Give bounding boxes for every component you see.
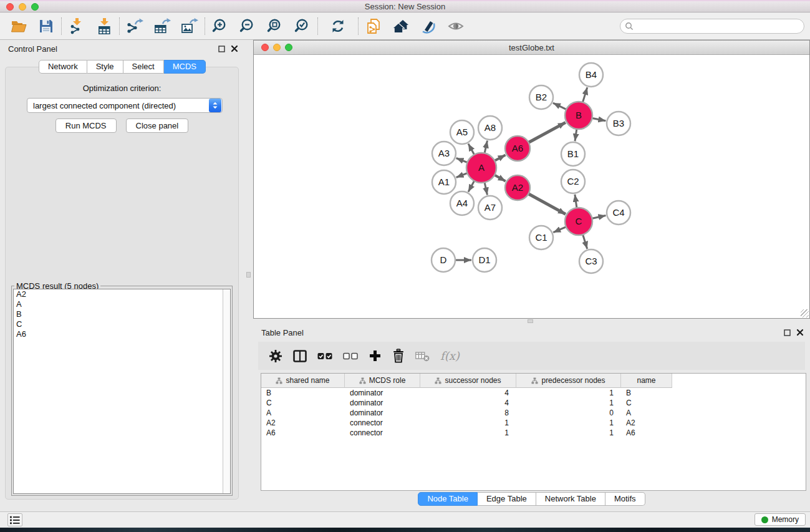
zoom-window-button[interactable]	[31, 3, 39, 11]
node-D[interactable]: D	[432, 248, 455, 272]
delete-table-button[interactable]	[415, 351, 430, 362]
minimize-network-button[interactable]	[273, 44, 281, 51]
column-header-name[interactable]: name	[621, 374, 672, 388]
deselect-all-button[interactable]	[343, 352, 358, 360]
close-window-button[interactable]	[6, 3, 14, 11]
node-A2[interactable]: A2	[505, 175, 530, 200]
zoom-selected-button[interactable]	[289, 15, 316, 37]
column-header-shared-name[interactable]: shared name	[261, 374, 345, 388]
edge-A-A3[interactable]	[456, 158, 468, 163]
edge-B-B2[interactable]	[553, 103, 567, 110]
show-columns-button[interactable]	[293, 350, 307, 362]
node-A4[interactable]: A4	[450, 191, 474, 215]
edge-C-C1[interactable]	[553, 226, 566, 232]
table-row[interactable]: Bdominator41B	[261, 388, 806, 398]
memory-button[interactable]: Memory	[755, 513, 806, 526]
float-panel-icon[interactable]	[218, 46, 225, 52]
function-builder-button[interactable]: f(x)	[440, 349, 460, 362]
edge-C-C2[interactable]	[575, 195, 577, 208]
run-mcds-button[interactable]: Run MCDS	[55, 118, 117, 133]
edge-B-B4[interactable]	[582, 87, 587, 103]
edge-A-A7[interactable]	[485, 182, 488, 195]
add-row-button[interactable]	[369, 349, 382, 362]
node-B1[interactable]: B1	[561, 142, 585, 166]
node-A7[interactable]: A7	[478, 196, 502, 220]
hide-labels-button[interactable]	[415, 15, 442, 37]
node-C4[interactable]: C4	[607, 201, 630, 225]
table-row[interactable]: A2connector11A2	[261, 418, 806, 428]
tab-motifs[interactable]: Motifs	[605, 492, 645, 506]
node-C1[interactable]: C1	[529, 226, 553, 249]
edge-A-A5[interactable]	[468, 143, 475, 155]
result-item[interactable]: A	[14, 299, 230, 309]
search-input[interactable]	[636, 20, 804, 32]
import-network-button[interactable]	[63, 15, 90, 37]
edge-B-B1[interactable]	[575, 128, 577, 141]
node-A[interactable]: A	[466, 153, 496, 183]
splitter-grip[interactable]	[528, 319, 533, 323]
search-box[interactable]	[620, 19, 804, 34]
tab-network[interactable]: Network	[39, 60, 87, 74]
export-table-button[interactable]	[148, 15, 176, 37]
node-B4[interactable]: B4	[579, 63, 603, 87]
edge-C-C4[interactable]	[592, 216, 606, 219]
minimize-window-button[interactable]	[19, 3, 26, 11]
horizontal-splitter[interactable]	[253, 319, 810, 324]
tab-node-table[interactable]: Node Table	[418, 492, 478, 506]
splitter-grip[interactable]	[246, 272, 251, 278]
window-resize-grip[interactable]	[801, 309, 809, 317]
result-list-scrollbar[interactable]	[223, 289, 230, 493]
node-A3[interactable]: A3	[432, 142, 456, 165]
vertical-splitter[interactable]	[244, 40, 253, 511]
result-item[interactable]: A6	[14, 329, 230, 339]
zoom-out-button[interactable]	[234, 15, 261, 37]
node-B3[interactable]: B3	[607, 112, 630, 135]
node-A8[interactable]: A8	[478, 116, 502, 140]
node-C[interactable]: C	[565, 208, 592, 235]
zoom-fit-button[interactable]	[261, 15, 289, 37]
optimization-criterion-dropdown[interactable]: largest connected component (directed)	[27, 98, 223, 113]
home-button[interactable]	[387, 15, 415, 37]
edge-A-A4[interactable]	[468, 180, 475, 191]
clone-network-button[interactable]	[360, 15, 387, 37]
edge-C-C3[interactable]	[582, 234, 587, 249]
result-item[interactable]: A2	[14, 289, 230, 299]
select-all-button[interactable]	[317, 352, 332, 360]
task-history-button[interactable]	[7, 513, 22, 526]
close-panel-icon[interactable]	[231, 45, 238, 52]
node-C2[interactable]: C2	[561, 170, 585, 193]
zoom-network-button[interactable]	[285, 44, 292, 51]
node-D1[interactable]: D1	[473, 248, 496, 272]
network-window-titlebar[interactable]: testGlobe.txt	[254, 41, 809, 55]
export-network-button[interactable]	[121, 15, 148, 37]
network-canvas[interactable]: AA1A2A3A4A5A6A7A8BB1B2B3B4CC1C2C3C4DD1	[254, 55, 809, 318]
edge-A-A1[interactable]	[456, 173, 468, 177]
tab-select[interactable]: Select	[123, 60, 164, 74]
mcds-result-list[interactable]: A2ABCA6	[13, 289, 231, 494]
show-view-button[interactable]	[442, 15, 470, 37]
tab-network-table[interactable]: Network Table	[536, 492, 605, 506]
zoom-in-button[interactable]	[206, 15, 234, 37]
tab-edge-table[interactable]: Edge Table	[478, 492, 536, 506]
tab-style[interactable]: Style	[87, 60, 123, 74]
close-panel-icon[interactable]	[796, 329, 804, 336]
table-row[interactable]: Cdominator41C	[261, 398, 806, 408]
node-B[interactable]: B	[565, 102, 592, 129]
import-table-button[interactable]	[90, 15, 118, 37]
edge-A-A6[interactable]	[494, 155, 505, 161]
node-A5[interactable]: A5	[450, 120, 474, 144]
float-panel-icon[interactable]	[784, 329, 791, 336]
open-session-button[interactable]	[5, 15, 32, 37]
result-item[interactable]: B	[14, 309, 230, 319]
delete-rows-button[interactable]	[392, 349, 405, 364]
node-B2[interactable]: B2	[529, 85, 553, 109]
node-table[interactable]: shared nameMCDS rolesuccessor nodesprede…	[261, 373, 806, 491]
edge-A2-C[interactable]	[528, 193, 566, 214]
result-item[interactable]: C	[14, 319, 230, 329]
node-A1[interactable]: A1	[432, 170, 456, 194]
close-panel-button[interactable]: Close panel	[126, 118, 189, 133]
tab-mcds[interactable]: MCDS	[164, 60, 206, 74]
column-header-successor-nodes[interactable]: successor nodes	[420, 374, 516, 388]
table-options-button[interactable]	[269, 349, 282, 363]
edge-A-A8[interactable]	[485, 141, 488, 154]
